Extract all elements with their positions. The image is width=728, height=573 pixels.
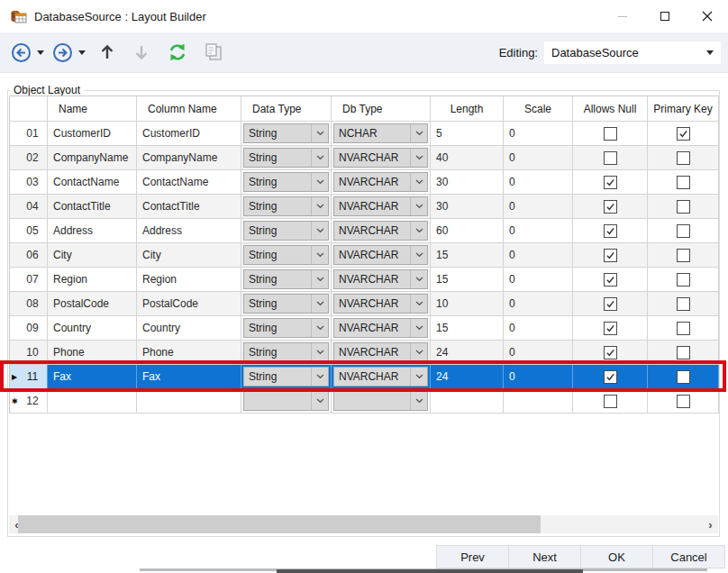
grid-cell-column-name[interactable]: PostalCode bbox=[137, 292, 241, 316]
minimize-button[interactable] bbox=[601, 0, 643, 32]
primary-key-checkbox[interactable] bbox=[677, 249, 690, 262]
grid-cell-name[interactable]: Phone bbox=[48, 341, 137, 365]
row-header[interactable]: 06 bbox=[10, 243, 48, 268]
cancel-button[interactable]: Cancel bbox=[652, 545, 725, 568]
grid-cell-column-name[interactable]: Phone bbox=[137, 341, 241, 365]
allows-null-checkbox[interactable] bbox=[604, 176, 617, 189]
grid-cell-name[interactable]: PostalCode bbox=[48, 292, 137, 316]
primary-key-checkbox[interactable] bbox=[677, 176, 690, 189]
db-type-combo-dropdown-button[interactable] bbox=[410, 295, 427, 313]
grid-cell-column-name[interactable]: CompanyName bbox=[137, 146, 241, 170]
grid-cell-column-name[interactable]: CustomerID bbox=[137, 122, 241, 146]
scroll-right-button[interactable]: › bbox=[703, 515, 718, 533]
db-type-combo-dropdown-button[interactable] bbox=[410, 270, 427, 288]
allows-null-checkbox[interactable] bbox=[604, 322, 617, 335]
data-type-combo-dropdown-button[interactable] bbox=[311, 173, 328, 191]
data-type-combo[interactable]: String bbox=[243, 123, 329, 143]
grid-cell-scale[interactable] bbox=[504, 389, 573, 414]
data-type-combo-dropdown-button[interactable] bbox=[311, 246, 328, 264]
db-type-combo[interactable]: NVARCHAR bbox=[333, 342, 428, 362]
refresh-button[interactable] bbox=[166, 41, 189, 64]
grid-cell-scale[interactable]: 0 bbox=[504, 268, 573, 292]
grid-cell-length[interactable]: 24 bbox=[431, 365, 504, 389]
allows-null-checkbox[interactable] bbox=[604, 200, 617, 214]
db-type-combo-dropdown-button[interactable] bbox=[410, 222, 427, 240]
db-type-combo-dropdown-button[interactable] bbox=[410, 343, 427, 361]
db-type-combo[interactable]: NCHAR bbox=[333, 123, 428, 143]
back-dropdown-caret[interactable] bbox=[37, 50, 44, 55]
grid-cell-name[interactable] bbox=[48, 389, 137, 414]
db-type-combo[interactable]: NVARCHAR bbox=[333, 294, 428, 314]
allows-null-checkbox[interactable] bbox=[604, 395, 617, 408]
data-type-combo-dropdown-button[interactable] bbox=[311, 270, 328, 288]
grid-cell-name[interactable]: Country bbox=[48, 316, 137, 341]
grid-cell-scale[interactable]: 0 bbox=[504, 219, 573, 243]
data-type-combo-dropdown-button[interactable] bbox=[311, 295, 328, 313]
grid-cell-name[interactable]: CustomerID bbox=[48, 122, 137, 146]
grid-cell-length[interactable]: 5 bbox=[431, 122, 504, 146]
move-up-button[interactable] bbox=[97, 41, 117, 63]
allows-null-checkbox[interactable] bbox=[604, 346, 617, 359]
data-type-combo[interactable]: String bbox=[243, 294, 329, 314]
grid-cell-name[interactable]: ContactTitle bbox=[48, 195, 137, 219]
allows-null-checkbox[interactable] bbox=[604, 273, 617, 286]
close-button[interactable] bbox=[686, 0, 728, 32]
maximize-button[interactable] bbox=[643, 0, 686, 32]
forward-dropdown-caret[interactable] bbox=[78, 50, 86, 55]
grid-cell-name[interactable]: Fax bbox=[48, 365, 137, 389]
data-type-combo-dropdown-button[interactable] bbox=[311, 197, 328, 215]
data-type-combo[interactable]: String bbox=[243, 269, 329, 289]
data-type-combo-dropdown-button[interactable] bbox=[311, 392, 328, 410]
row-header[interactable]: ✱12 bbox=[10, 389, 48, 414]
db-type-combo[interactable] bbox=[333, 391, 428, 411]
grid-cell-length[interactable]: 60 bbox=[431, 219, 504, 243]
data-type-combo[interactable]: String bbox=[243, 172, 329, 192]
data-type-combo-dropdown-button[interactable] bbox=[311, 124, 328, 142]
row-header[interactable]: 02 bbox=[10, 146, 48, 170]
data-type-combo[interactable] bbox=[243, 391, 329, 411]
back-button[interactable] bbox=[9, 41, 33, 65]
grid-cell-column-name[interactable]: ContactName bbox=[137, 170, 241, 195]
grid-cell-name[interactable]: Region bbox=[48, 268, 137, 292]
grid-cell-name[interactable]: City bbox=[48, 243, 137, 268]
primary-key-checkbox[interactable] bbox=[677, 346, 690, 359]
db-type-combo-dropdown-button[interactable] bbox=[410, 319, 427, 337]
primary-key-checkbox[interactable] bbox=[677, 127, 690, 141]
copy-layout-button[interactable] bbox=[202, 41, 225, 64]
data-type-combo[interactable]: String bbox=[243, 148, 329, 168]
grid-cell-length[interactable] bbox=[431, 389, 504, 414]
db-type-combo[interactable]: NVARCHAR bbox=[333, 172, 428, 192]
primary-key-checkbox[interactable] bbox=[677, 322, 690, 335]
db-type-combo-dropdown-button[interactable] bbox=[410, 392, 427, 410]
db-type-combo-dropdown-button[interactable] bbox=[410, 197, 427, 215]
db-type-combo-dropdown-button[interactable] bbox=[410, 149, 427, 167]
grid-cell-length[interactable]: 40 bbox=[431, 146, 504, 170]
data-type-combo-dropdown-button[interactable] bbox=[311, 343, 328, 361]
grid-cell-length[interactable]: 15 bbox=[431, 243, 504, 268]
grid-cell-name[interactable]: ContactName bbox=[48, 170, 137, 195]
grid-cell-scale[interactable]: 0 bbox=[504, 122, 573, 146]
grid-cell-length[interactable]: 24 bbox=[431, 341, 504, 365]
grid-cell-length[interactable]: 15 bbox=[431, 268, 504, 292]
grid-cell-scale[interactable]: 0 bbox=[504, 170, 573, 195]
primary-key-checkbox[interactable] bbox=[677, 151, 690, 165]
db-type-combo[interactable]: NVARCHAR bbox=[333, 245, 428, 265]
allows-null-checkbox[interactable] bbox=[604, 151, 617, 165]
row-header[interactable]: 01 bbox=[10, 122, 48, 146]
db-type-combo[interactable]: NVARCHAR bbox=[333, 367, 428, 387]
horizontal-scrollbar[interactable]: ‹ › bbox=[9, 515, 718, 533]
grid-cell-length[interactable]: 15 bbox=[431, 316, 504, 341]
data-type-combo-dropdown-button[interactable] bbox=[311, 368, 328, 386]
allows-null-checkbox[interactable] bbox=[604, 224, 617, 238]
row-header[interactable]: 04 bbox=[10, 195, 48, 219]
primary-key-checkbox[interactable] bbox=[677, 395, 690, 408]
row-header[interactable]: 03 bbox=[10, 170, 48, 195]
allows-null-checkbox[interactable] bbox=[604, 370, 617, 384]
primary-key-checkbox[interactable] bbox=[677, 200, 690, 214]
row-header[interactable]: 10 bbox=[10, 341, 48, 365]
db-type-combo-dropdown-button[interactable] bbox=[410, 246, 427, 264]
primary-key-checkbox[interactable] bbox=[677, 273, 690, 286]
db-type-combo-dropdown-button[interactable] bbox=[410, 173, 427, 191]
db-type-combo[interactable]: NVARCHAR bbox=[333, 221, 428, 241]
grid-cell-name[interactable]: Address bbox=[48, 219, 137, 243]
